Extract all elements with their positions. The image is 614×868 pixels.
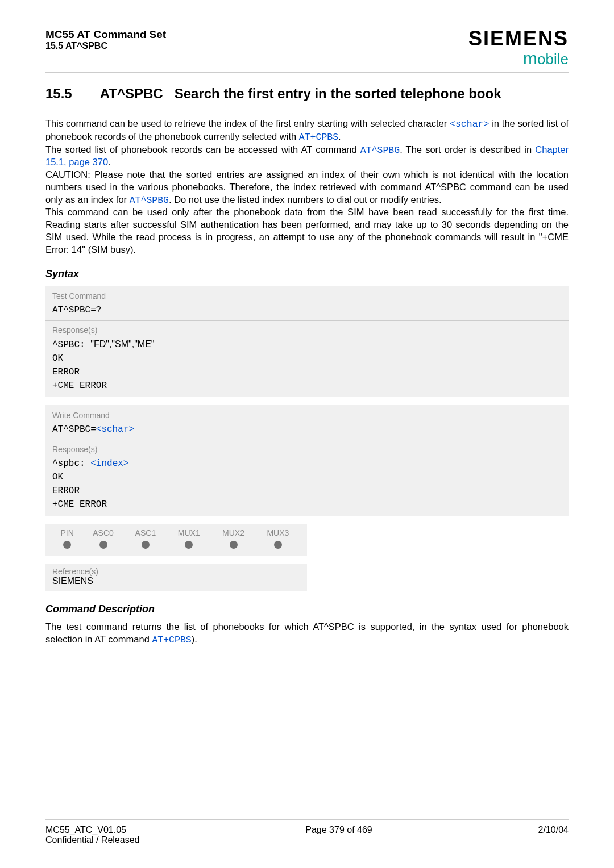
para-1: This command can be used to retrieve the… [45, 118, 569, 144]
para-2: The sorted list of phonebook records can… [45, 144, 569, 169]
link-schar[interactable]: <schar> [450, 119, 489, 130]
page-footer: MC55_ATC_V01.05 Confidential / Released … [45, 802, 569, 845]
command-description-para: The test command returns the list of pho… [45, 621, 569, 646]
test-command-label: Test Command [52, 290, 562, 302]
pin-table-header-row: PIN ASC0 ASC1 MUX1 MUX2 MUX3 [52, 527, 300, 541]
footer-rule [45, 819, 569, 820]
cmd-desc-a: The test command returns the list of pho… [45, 621, 569, 644]
section-title: Search the first entry in the sorted tel… [175, 86, 501, 101]
link-cpbs-1[interactable]: AT+CPBS [299, 132, 338, 143]
para-1c: . [338, 131, 341, 141]
pin-col-pin: PIN [52, 527, 82, 541]
write-command-label: Write Command [52, 410, 562, 422]
write-response-1: ^spbc: <index> [52, 457, 562, 470]
test-command-box: Test Command AT^SPBC=? Response(s) ^SPBC… [45, 286, 569, 397]
para-3: CAUTION: Please note that the sorted ent… [45, 169, 569, 206]
header-left: MC55 AT Command Set 15.5 AT^SPBC [45, 28, 166, 51]
test-r1b: "FD","SM","ME" [90, 339, 154, 349]
dot-icon [274, 541, 282, 549]
section-heading: 15.5 AT^SPBC Search the first entry in t… [45, 86, 569, 102]
syntax-heading: Syntax [45, 268, 569, 280]
link-spbg-2[interactable]: AT^SPBG [130, 195, 169, 206]
siemens-logo: SIEMENS [468, 28, 569, 49]
test-command-line: AT^SPBC=? [52, 303, 562, 317]
write-r1a: ^spbc: [52, 458, 90, 469]
dot-icon [142, 541, 150, 549]
write-line-a: AT^SPBC= [52, 424, 96, 435]
pin-col-mux1: MUX1 [167, 527, 211, 541]
doc-title: MC55 AT Command Set [45, 28, 166, 41]
box-separator-2 [45, 440, 569, 440]
test-response-1: ^SPBC: "FD","SM","ME" [52, 337, 562, 352]
dot-icon [99, 541, 107, 549]
dot-icon [63, 541, 71, 549]
test-r1a: ^SPBC: [52, 340, 90, 350]
test-response-cme: +CME ERROR [52, 379, 562, 393]
test-response-error: ERROR [52, 365, 562, 379]
para-2a: The sorted list of phonebook records can… [45, 144, 360, 155]
link-index[interactable]: <index> [90, 458, 128, 469]
section-cmd: AT^SPBC [100, 86, 163, 101]
link-spbg-1[interactable]: AT^SPBG [360, 145, 400, 156]
reference-value: SIEMENS [52, 576, 300, 586]
pin-table: PIN ASC0 ASC1 MUX1 MUX2 MUX3 [45, 524, 307, 556]
reference-label: Reference(s) [52, 567, 300, 576]
doc-subtitle: 15.5 AT^SPBC [45, 41, 166, 51]
dot-icon [185, 541, 193, 549]
test-response-label: Response(s) [52, 324, 562, 336]
footer-page: Page 379 of 469 [305, 825, 372, 845]
pin-col-mux3: MUX3 [256, 527, 300, 541]
write-command-box: Write Command AT^SPBC=<schar> Response(s… [45, 405, 569, 516]
para-1a: This command can be used to retrieve the… [45, 118, 450, 128]
mobile-logo: mobile [468, 50, 569, 67]
dot-icon [230, 541, 238, 549]
footer-confidential: Confidential / Released [45, 835, 139, 845]
reference-box: Reference(s) SIEMENS [45, 564, 307, 591]
para-4: This command can be used only after the … [45, 206, 569, 256]
footer-left: MC55_ATC_V01.05 Confidential / Released [45, 825, 139, 845]
header-right: SIEMENS mobile [468, 28, 569, 67]
write-response-ok: OK [52, 470, 562, 484]
para-2b: . The sort order is described in [400, 144, 535, 155]
write-response-label: Response(s) [52, 444, 562, 456]
pin-col-asc1: ASC1 [125, 527, 167, 541]
cmd-desc-b: ). [192, 634, 197, 644]
command-description-heading: Command Description [45, 603, 569, 615]
para-3b: . Do not use the listed index numbers to… [169, 194, 442, 205]
page-header: MC55 AT Command Set 15.5 AT^SPBC SIEMENS… [45, 28, 569, 67]
footer-doc-id: MC55_ATC_V01.05 [45, 825, 139, 835]
mobile-m: m [523, 49, 537, 68]
link-cpbs-2[interactable]: AT+CPBS [152, 635, 191, 645]
box-separator [45, 320, 569, 321]
write-response-cme: +CME ERROR [52, 498, 562, 511]
test-response-ok: OK [52, 352, 562, 365]
section-number: 15.5 [45, 86, 97, 102]
pin-col-asc0: ASC0 [82, 527, 124, 541]
write-command-line: AT^SPBC=<schar> [52, 423, 562, 436]
link-schar-2[interactable]: <schar> [96, 424, 134, 435]
pin-table-dot-row [52, 541, 300, 551]
header-rule [45, 72, 569, 73]
mobile-rest: obile [537, 51, 569, 68]
para-2c: . [108, 157, 111, 167]
footer-date: 2/10/04 [538, 825, 569, 845]
pin-col-mux2: MUX2 [211, 527, 255, 541]
write-response-error: ERROR [52, 484, 562, 498]
